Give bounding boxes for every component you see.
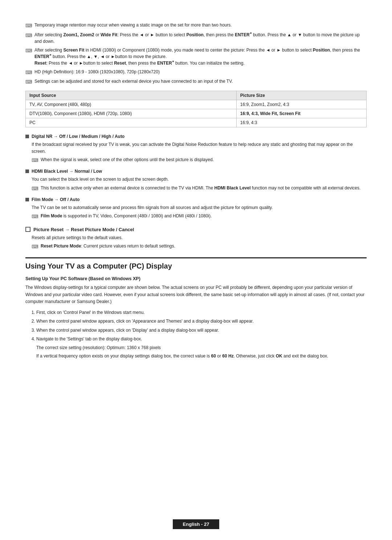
step4-note2: If a vertical frequency option exists on…: [36, 353, 367, 360]
footer-label: English - 27: [173, 519, 220, 529]
sub-note-text: Reset Picture Mode: Current picture valu…: [41, 243, 175, 249]
note-text: Settings can be adjusted and stored for …: [34, 78, 367, 85]
main-section-title: Using Your TV as a Computer (PC) Display: [25, 262, 367, 270]
checkbox-heading: Picture Reset → Reset Picture Mode / Can…: [25, 227, 367, 232]
sub-note: ⌨ Reset Picture Mode: Current picture va…: [32, 243, 367, 250]
page-content: ⌨ Temporary image retention may occur wh…: [0, 0, 392, 390]
picture-reset-section: Picture Reset → Reset Picture Mode / Can…: [25, 227, 367, 250]
section-body: Resets all picture settings to the defau…: [32, 234, 367, 241]
top-notes: ⌨ Temporary image retention may occur wh…: [25, 22, 367, 86]
table-row: PC 16:9, 4:3: [26, 118, 367, 127]
note-item: ⌨ Temporary image retention may occur wh…: [25, 22, 367, 29]
table-row: TV, AV, Component (480i, 480p) 16:9, Zoo…: [26, 100, 367, 109]
note-icon: ⌨: [25, 78, 32, 86]
table-cell: 16:9, 4:3: [236, 118, 366, 127]
note-icon: ⌨: [25, 47, 32, 54]
note-text: After selecting Screen Fit in HDMI (1080…: [34, 47, 367, 66]
note-icon: ⌨: [32, 213, 38, 220]
list-item: Navigate to the 'Settings' tab on the di…: [36, 335, 367, 343]
section-body: You can select the black level on the sc…: [32, 176, 367, 183]
sub-note: ⌨ When the signal is weak, select one of…: [32, 156, 367, 164]
table-cell: 16:9, Zoom1, Zoom2, 4:3: [236, 100, 366, 109]
sub-note-text: Film Mode is supported in TV, Video, Com…: [41, 213, 212, 219]
table-cell: 16:9, 4:3, Wide Fit, Screen Fit: [236, 109, 366, 118]
note-icon: ⌨: [25, 69, 32, 76]
section-body: If the broadcast signal received by your…: [32, 141, 367, 155]
digital-nr-section: Digital NR → Off / Low / Medium / High /…: [25, 134, 367, 164]
list-item: First, click on 'Control Panel' in the W…: [36, 309, 367, 316]
note-icon: ⌨: [32, 185, 38, 192]
section-square-icon: [25, 135, 29, 138]
table-cell: PC: [26, 118, 237, 127]
sub-note-text: This function is active only when an ext…: [41, 185, 360, 191]
table-cell: DTV(1080i), Component (1080i), HDMI (720…: [26, 109, 237, 118]
note-icon: ⌨: [32, 157, 38, 164]
sub-note-text: When the signal is weak, select one of t…: [41, 156, 214, 163]
note-icon: ⌨: [25, 22, 32, 29]
steps-list: First, click on 'Control Panel' in the W…: [36, 309, 367, 343]
section-square-icon: [25, 198, 29, 201]
checkbox-heading-text: Picture Reset → Reset Picture Mode / Can…: [33, 227, 134, 232]
section-heading-text: Digital NR → Off / Low / Medium / High /…: [32, 134, 124, 139]
section-square-icon: [25, 169, 29, 173]
sub-note: ⌨ This function is active only when an e…: [32, 185, 367, 192]
note-item: ⌨ HD (High Definition): 16:9 - 1080i (19…: [25, 69, 367, 76]
section-body: The TV can be set to automatically sense…: [32, 204, 367, 211]
section-divider: [25, 257, 367, 258]
table-row: DTV(1080i), Component (1080i), HDMI (720…: [26, 109, 367, 118]
note-icon: ⌨: [32, 243, 38, 250]
note-text: After selecting Zoom1, Zoom2 or Wide Fit…: [34, 32, 367, 45]
list-item: When the control panel window appears, c…: [36, 318, 367, 325]
note-item: ⌨ Settings can be adjusted and stored fo…: [25, 78, 367, 86]
section-heading-text: HDMI Black Level → Normal / Low: [32, 169, 102, 174]
note-icon: ⌨: [25, 32, 32, 39]
note-text: Temporary image retention may occur when…: [34, 22, 367, 28]
checkbox-icon: [25, 227, 30, 232]
intro-paragraph: The Windows display-settings for a typic…: [25, 284, 367, 305]
section-heading: HDMI Black Level → Normal / Low: [25, 169, 367, 174]
note-item: ⌨ After selecting Zoom1, Zoom2 or Wide F…: [25, 32, 367, 45]
hdmi-black-section: HDMI Black Level → Normal / Low You can …: [25, 169, 367, 192]
footer: English - 27: [0, 519, 392, 529]
sub-section-title: Setting Up Your PC Software (Based on Wi…: [25, 276, 367, 281]
section-heading: Digital NR → Off / Low / Medium / High /…: [25, 134, 367, 139]
sub-note: ⌨ Film Mode is supported in TV, Video, C…: [32, 213, 367, 220]
list-item: When the control panel window appears, c…: [36, 327, 367, 334]
picture-size-table: Input Source Picture Size TV, AV, Compon…: [25, 91, 367, 127]
step4-note1: The correct size setting (resolution): O…: [36, 344, 367, 351]
film-mode-section: Film Mode → Off / Auto The TV can be set…: [25, 197, 367, 220]
note-item: ⌨ After selecting Screen Fit in HDMI (10…: [25, 47, 367, 66]
section-heading-text: Film Mode → Off / Auto: [32, 197, 79, 202]
note-text: HD (High Definition): 16:9 - 1080i (1920…: [34, 69, 367, 75]
table-cell: TV, AV, Component (480i, 480p): [26, 100, 237, 109]
table-header-input: Input Source: [26, 91, 237, 100]
section-heading: Film Mode → Off / Auto: [25, 197, 367, 202]
table-header-picture: Picture Size: [236, 91, 366, 100]
